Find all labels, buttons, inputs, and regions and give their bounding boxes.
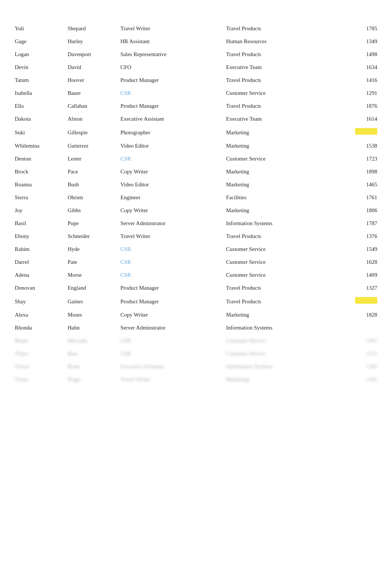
role: HR Assistant	[117, 35, 222, 48]
salary: 1498	[333, 48, 381, 61]
department: Customer Service	[223, 87, 333, 100]
table-row: AdenaMorseCSRCustomer Service1409	[11, 269, 381, 282]
last-name: Hahn	[64, 321, 117, 334]
table-row: RhondaHahnServer AdminstratorInformation…	[11, 321, 381, 334]
last-name: Schneider	[64, 230, 117, 243]
salary: 1327	[333, 282, 381, 294]
department: Customer Service	[223, 347, 333, 360]
table-row: BrockPaceCopy WriterMarketing1898	[11, 165, 381, 178]
table-row: DonovanEnglandProduct ManagerTravel Prod…	[11, 282, 381, 294]
role: Travel Writer	[117, 230, 222, 243]
role: CSR	[117, 256, 222, 269]
first-name: Suki	[11, 125, 64, 139]
salary: 1806	[333, 204, 381, 217]
first-name: Gage	[11, 35, 64, 48]
department: Marketing	[223, 204, 333, 217]
salary: 1391	[333, 334, 381, 347]
department: Customer Service	[223, 256, 333, 269]
role: Engineer	[117, 191, 222, 204]
salary: 1723	[333, 152, 381, 165]
first-name: Tatum	[11, 74, 64, 87]
salary: 1628	[333, 256, 381, 269]
last-name: Hyde	[64, 243, 117, 256]
last-name: Callahan	[64, 100, 117, 113]
last-name: Hurley	[64, 35, 117, 48]
department: Customer Service	[223, 269, 333, 282]
first-name: Dakota	[11, 113, 64, 125]
last-name: Gillespie	[64, 125, 117, 139]
role: CSR	[117, 347, 222, 360]
highlight-badge	[355, 128, 377, 135]
first-name: Yuli	[11, 22, 64, 35]
department: Travel Products	[223, 230, 333, 243]
last-name: Gibbs	[64, 204, 117, 217]
last-name: Gaines	[64, 294, 117, 308]
role: CSR	[117, 243, 222, 256]
salary: 1828	[333, 308, 381, 321]
first-name: Troon	[11, 373, 64, 386]
table-row: LoganDavenportSales RepresentativeTravel…	[11, 48, 381, 61]
department: Marketing	[223, 139, 333, 152]
table-row: RoannaBushVideo EditorMarketing1465	[11, 178, 381, 191]
last-name: Pope	[64, 217, 117, 230]
last-name: Bush	[64, 178, 117, 191]
salary: 1787	[333, 217, 381, 230]
last-name: Pace	[64, 165, 117, 178]
role: Travel Writer	[117, 373, 222, 386]
salary: 1761	[333, 191, 381, 204]
table-row: BasilPopeServer AdminstratorInformation …	[11, 217, 381, 230]
table-row: RahimHydeCSRCustomer Service1549	[11, 243, 381, 256]
table-row: TatumHooverProduct ManagerTravel Product…	[11, 74, 381, 87]
department: Travel Products	[223, 282, 333, 294]
table-row: SierraObrienEngineerFacilities1761	[11, 191, 381, 204]
salary: 1634	[333, 61, 381, 74]
role: Product Manager	[117, 74, 222, 87]
last-name: Prago	[64, 373, 117, 386]
first-name: Rahim	[11, 243, 64, 256]
last-name: Bass	[64, 347, 117, 360]
first-name: Shay	[11, 294, 64, 308]
first-name: Donovan	[11, 282, 64, 294]
role: Travel Writer	[117, 22, 222, 35]
role: Product Manager	[117, 282, 222, 294]
last-name: Lester	[64, 152, 117, 165]
role: Product Manager	[117, 294, 222, 308]
last-name: Shepard	[64, 22, 117, 35]
last-name: Moses	[64, 308, 117, 321]
role: Copy Writer	[117, 165, 222, 178]
first-name: Darrel	[11, 256, 64, 269]
salary: 1409	[333, 269, 381, 282]
table-row: DevinDavidCFOExecutive Team1634	[11, 61, 381, 74]
first-name: Traver	[11, 360, 64, 373]
department: Facilities	[223, 191, 333, 204]
role: Copy Writer	[117, 308, 222, 321]
role: Product Manager	[117, 100, 222, 113]
role: CFO	[117, 61, 222, 74]
table-row: DarrelPateCSRCustomer Service1628	[11, 256, 381, 269]
first-name: Tilara	[11, 347, 64, 360]
salary	[333, 125, 381, 139]
role: Executive Assistant	[117, 113, 222, 125]
salary: 1898	[333, 165, 381, 178]
last-name: Brant	[64, 360, 117, 373]
role: Sales Representative	[117, 48, 222, 61]
first-name: Sierra	[11, 191, 64, 204]
table-row: EbonySchneiderTravel WriterTravel Produc…	[11, 230, 381, 243]
department: Marketing	[223, 373, 333, 386]
department: Information Systems	[223, 217, 333, 230]
role: Photographer	[117, 125, 222, 139]
first-name: Alexa	[11, 308, 64, 321]
role: CSR	[117, 87, 222, 100]
first-name: Logan	[11, 48, 64, 61]
department: Information Systems	[223, 321, 333, 334]
employee-table: YuliShepardTravel WriterTravel Products1…	[11, 22, 381, 386]
table-row: TroonPragoTravel WriterMarketing1391	[11, 373, 381, 386]
salary	[333, 321, 381, 334]
first-name: Rhonda	[11, 321, 64, 334]
department: Customer Service	[223, 334, 333, 347]
role: Video Editor	[117, 178, 222, 191]
first-name: Adena	[11, 269, 64, 282]
department: Human Resources	[223, 35, 333, 48]
salary	[333, 294, 381, 308]
first-name: Denton	[11, 152, 64, 165]
